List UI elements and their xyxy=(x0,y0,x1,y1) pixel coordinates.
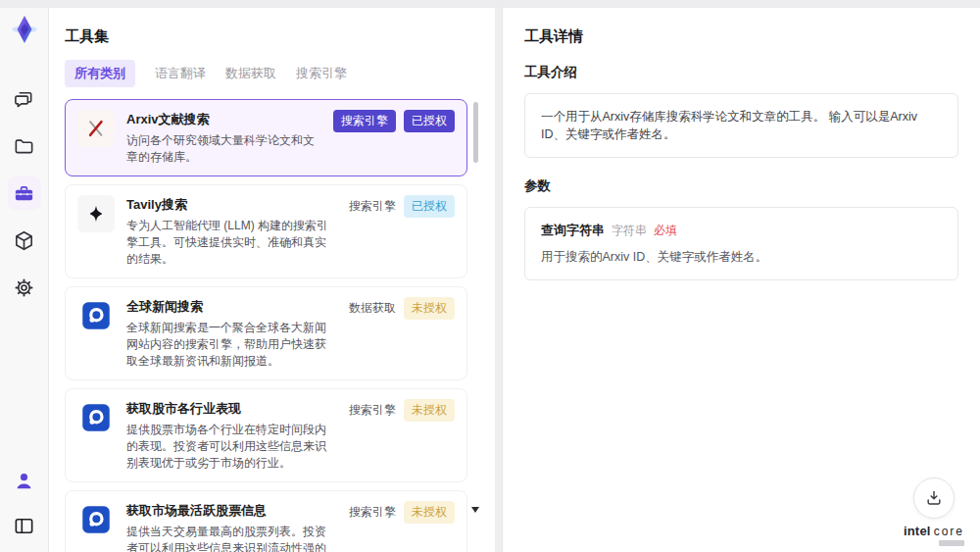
sidebar-bottom xyxy=(8,464,41,542)
detail-panel: 工具详情 工具介绍 一个用于从Arxiv存储库搜索科学论文和文章的工具。 输入可… xyxy=(503,8,980,552)
tool-description: 全球新闻搜索是一个聚合全球各大新闻网站内容的搜索引擎，帮助用户快速获取全球最新资… xyxy=(126,320,333,370)
news-search-icon xyxy=(77,297,115,334)
tool-card[interactable]: 获取市场最活跃股票信息 提供当天交易量最高的股票列表。投资者可以利用这些信息来识… xyxy=(65,490,467,552)
sidebar-nav xyxy=(8,82,41,304)
tavily-star-icon xyxy=(77,195,115,232)
sidebar-item-settings[interactable] xyxy=(8,271,41,304)
category-tab-语言翻译[interactable]: 语言翻译 xyxy=(155,60,206,87)
tool-card[interactable]: 全球新闻搜索 全球新闻搜索是一个聚合全球各大新闻网站内容的搜索引擎，帮助用户快速… xyxy=(65,286,467,380)
tool-card[interactable]: Arxiv文献搜索 访问各个研究领域大量科学论文和文章的存储库。 搜索引擎 已授… xyxy=(65,99,467,176)
sidebar-item-chat[interactable] xyxy=(8,82,41,116)
param-header: 查询字符串 字符串 必填 xyxy=(541,222,942,239)
tool-name: 获取市场最活跃股票信息 xyxy=(126,502,333,520)
news-search-icon xyxy=(77,501,115,538)
sidebar xyxy=(0,8,49,552)
scroll-down-arrow[interactable] xyxy=(471,507,479,513)
params-heading: 参数 xyxy=(524,177,958,195)
tool-description: 提供股票市场各个行业在特定时间段内的表现。投资者可以利用这些信息来识别表现优于或… xyxy=(126,422,333,472)
collapse-panel-button[interactable] xyxy=(8,509,41,542)
download-button[interactable] xyxy=(913,477,955,519)
category-tab-所有类别[interactable]: 所有类别 xyxy=(65,60,135,87)
panel-divider xyxy=(495,8,503,552)
app-frame: 工具集 所有类别语言翻译数据获取搜索引擎 Arxiv文献搜索 访问各个研究领域大… xyxy=(0,8,980,552)
intro-heading: 工具介绍 xyxy=(524,64,958,81)
param-box: 查询字符串 字符串 必填 用于搜索的Arxiv ID、关键字或作者姓名。 xyxy=(524,207,958,280)
category-tabs: 所有类别语言翻译数据获取搜索引擎 xyxy=(65,60,479,87)
category-badge: 搜索引擎 xyxy=(333,110,396,132)
user-account-button[interactable] xyxy=(8,464,41,497)
scrollbar-thumb[interactable] xyxy=(473,102,478,163)
tool-description: 提供当天交易量最高的股票列表。投资者可以利用这些信息来识别流动性强的股票和潜在的… xyxy=(126,524,333,552)
tool-list: Arxiv文献搜索 访问各个研究领域大量科学论文和文章的存储库。 搜索引擎 已授… xyxy=(65,99,479,552)
settings-icon xyxy=(13,276,35,299)
tool-name: 获取股市各行业表现 xyxy=(126,400,333,418)
brand-secondary: core xyxy=(934,525,964,538)
tool-description: 专为人工智能代理 (LLM) 构建的搜索引擎工具。可快速提供实时、准确和真实的结… xyxy=(126,218,333,268)
auth-status-badge: 已授权 xyxy=(404,195,455,218)
tool-name: 全球新闻搜索 xyxy=(126,298,333,316)
corner-tools: intelcore xyxy=(904,477,964,546)
auth-status-badge: 未授权 xyxy=(404,297,455,320)
tool-name: Arxiv文献搜索 xyxy=(126,111,318,128)
brand-logo: intelcore xyxy=(904,524,964,546)
package-icon xyxy=(13,229,35,252)
user-icon xyxy=(13,470,35,492)
sidebar-item-files[interactable] xyxy=(8,129,41,163)
tool-description: 访问各个研究领域大量科学论文和文章的存储库。 xyxy=(126,132,318,166)
brand-primary: intel xyxy=(904,524,931,538)
page-title: 工具集 xyxy=(65,27,479,46)
tool-card[interactable]: Tavily搜索 专为人工智能代理 (LLM) 构建的搜索引擎工具。可快速提供实… xyxy=(65,184,467,278)
category-badge: 搜索引擎 xyxy=(349,501,396,524)
brand-bar xyxy=(939,540,964,546)
category-tab-搜索引擎[interactable]: 搜索引擎 xyxy=(296,60,347,87)
tool-card[interactable]: 获取股市各行业表现 提供股票市场各个行业在特定时间段内的表现。投资者可以利用这些… xyxy=(65,388,467,482)
tools-panel: 工具集 所有类别语言翻译数据获取搜索引擎 Arxiv文献搜索 访问各个研究领域大… xyxy=(49,8,495,552)
param-description: 用于搜索的Arxiv ID、关键字或作者姓名。 xyxy=(541,248,942,266)
param-required-badge: 必填 xyxy=(654,223,677,239)
gem-logo-icon xyxy=(7,12,42,47)
toolbox-icon xyxy=(13,182,35,205)
news-search-icon xyxy=(77,399,115,436)
intro-text: 一个用于从Arxiv存储库搜索科学论文和文章的工具。 输入可以是Arxiv ID… xyxy=(541,108,942,143)
sidebar-item-packages[interactable] xyxy=(8,224,41,257)
folder-icon xyxy=(13,135,35,158)
category-badge: 搜索引擎 xyxy=(349,195,396,218)
auth-status-badge: 未授权 xyxy=(404,399,455,422)
arxiv-logo-icon xyxy=(77,110,115,147)
panel-toggle-icon xyxy=(13,515,35,537)
detail-title: 工具详情 xyxy=(524,27,958,46)
category-badge: 搜索引擎 xyxy=(349,399,396,422)
category-tab-数据获取[interactable]: 数据获取 xyxy=(225,60,276,87)
param-name: 查询字符串 xyxy=(541,222,605,239)
chat-icon xyxy=(13,88,35,111)
app-window: 工具集 所有类别语言翻译数据获取搜索引擎 Arxiv文献搜索 访问各个研究领域大… xyxy=(0,0,980,552)
param-type: 字符串 xyxy=(612,223,647,239)
auth-status-badge: 已授权 xyxy=(404,110,455,132)
download-icon xyxy=(924,488,944,508)
sidebar-item-tools[interactable] xyxy=(8,176,41,210)
auth-status-badge: 未授权 xyxy=(404,501,455,524)
intro-box: 一个用于从Arxiv存储库搜索科学论文和文章的工具。 输入可以是Arxiv ID… xyxy=(524,93,958,158)
tool-name: Tavily搜索 xyxy=(126,196,333,214)
category-badge: 数据获取 xyxy=(349,297,396,320)
